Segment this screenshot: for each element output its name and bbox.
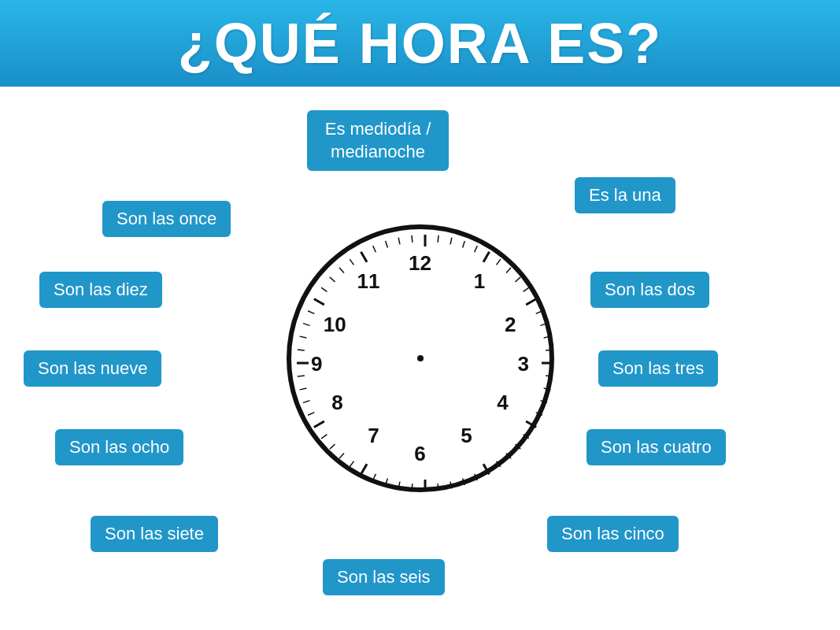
clock-num-3: 3 — [517, 351, 528, 376]
main-content: // This won't run in SVG, use JS below 1… — [0, 87, 840, 630]
clock-num-1: 1 — [474, 269, 485, 293]
clock-num-2: 2 — [505, 313, 516, 337]
clock-num-11: 11 — [357, 269, 379, 293]
clock-num-10: 10 — [324, 313, 346, 337]
label-once: Son las once — [102, 201, 231, 237]
header: ¿QUÉ HORA ES? — [0, 0, 840, 87]
clock-num-9: 9 — [311, 351, 322, 376]
clock-num-8: 8 — [331, 390, 342, 414]
label-una: Es la una — [575, 177, 675, 213]
label-ocho: Son las ocho — [55, 429, 183, 465]
clock-face: // This won't run in SVG, use JS below 1… — [287, 224, 554, 492]
label-cinco: Son las cinco — [547, 516, 679, 552]
clock-num-4: 4 — [497, 390, 508, 414]
clock-num-5: 5 — [461, 424, 472, 448]
clock-center-dot — [417, 355, 424, 361]
label-seis: Son las seis — [323, 559, 445, 595]
label-tres: Son las tres — [598, 350, 718, 387]
label-mediodia: Es mediodía / medianoche — [307, 110, 449, 171]
page-title: ¿QUÉ HORA ES? — [178, 11, 662, 76]
label-dos: Son las dos — [590, 272, 709, 308]
clock: // This won't run in SVG, use JS below 1… — [287, 224, 554, 492]
clock-num-7: 7 — [368, 424, 379, 448]
clock-num-6: 6 — [414, 442, 425, 466]
clock-num-12: 12 — [409, 250, 431, 275]
label-diez: Son las diez — [39, 272, 162, 308]
label-cuatro: Son las cuatro — [587, 429, 726, 465]
label-siete: Son las siete — [91, 516, 218, 552]
label-nueve: Son las nueve — [24, 350, 161, 387]
